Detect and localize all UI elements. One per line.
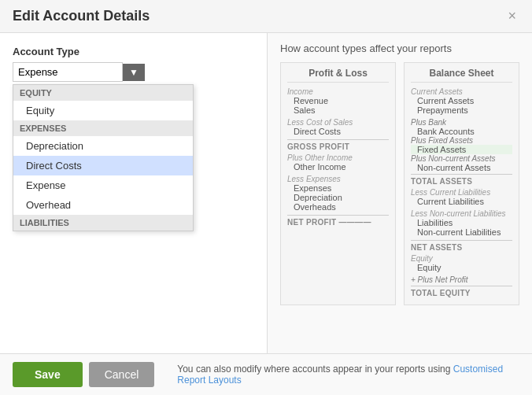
modal-body: Account Type Expense ▼ EQUITY Equity EXP…: [0, 33, 532, 353]
modal-header: Edit Account Details ×: [0, 0, 532, 33]
left-panel: Account Type Expense ▼ EQUITY Equity EXP…: [0, 33, 268, 353]
bs-current-liabilities: Less Current Liabilities Current Liabili…: [411, 188, 512, 206]
bs-plus-net-profit: + Plus Net Profit: [411, 275, 512, 284]
account-type-label: Account Type: [13, 46, 254, 57]
dropdown-item-expense[interactable]: Expense: [13, 175, 193, 195]
account-type-select[interactable]: Expense: [13, 62, 123, 82]
pl-gross-divider: [287, 139, 389, 140]
bs-total-assets: TOTAL ASSETS: [411, 177, 512, 186]
bs-net-assets: NET ASSETS: [411, 243, 512, 252]
dropdown-group-expenses: EXPENSES: [13, 120, 193, 136]
cancel-button[interactable]: Cancel: [89, 362, 155, 387]
account-type-dropdown: EQUITY Equity EXPENSES Depreciation Dire…: [13, 84, 194, 231]
account-type-dropdown-arrow[interactable]: ▼: [123, 64, 145, 81]
right-panel-title: How account types affect your reports: [280, 42, 519, 54]
pl-expenses: Less Expenses Expenses Depreciation Over…: [287, 175, 389, 212]
right-panel: How account types affect your reports Pr…: [268, 33, 532, 353]
bs-noncurrent-assets: Non-current Assets: [411, 163, 512, 172]
balance-sheet-box: Balance Sheet Current Assets Current Ass…: [404, 62, 519, 305]
dropdown-item-direct-costs[interactable]: Direct Costs: [13, 156, 193, 175]
report-columns: Profit & Loss Income Revenue Sales Less …: [280, 62, 519, 305]
dropdown-item-equity[interactable]: Equity: [13, 101, 193, 120]
pl-gross-profit: GROSS PROFIT: [287, 142, 389, 151]
bs-plus-fixed-assets: Plus Fixed Assets: [411, 136, 512, 145]
pl-cost-label: Less Cost of Sales Direct Costs: [287, 118, 389, 136]
profit-loss-box: Profit & Loss Income Revenue Sales Less …: [280, 62, 396, 305]
dropdown-group-equity: EQUITY: [13, 85, 193, 101]
balance-sheet-title: Balance Sheet: [411, 68, 512, 83]
dropdown-group-liabilities: LIABILITIES: [13, 215, 193, 231]
pl-income-label: Income Revenue Sales: [287, 87, 389, 115]
modal-footer: Save Cancel You can also modify where ac…: [0, 353, 532, 395]
bs-fixed-assets: Fixed Assets: [411, 145, 512, 154]
bs-noncurrent-liabilities: Less Non-current Liabilities Liabilities…: [411, 209, 512, 237]
bs-net-assets-divider: [411, 240, 512, 241]
pl-net-divider: [287, 215, 389, 216]
bs-equity-section: Equity Equity: [411, 254, 512, 272]
dropdown-item-depreciation[interactable]: Depreciation: [13, 136, 193, 156]
bs-current-assets: Current Assets Current Assets Prepayment…: [411, 87, 512, 115]
bs-total-equity: TOTAL EQUITY: [411, 289, 512, 297]
bs-plus-noncurrent-assets: Plus Non-current Assets: [411, 154, 512, 163]
pl-net-profit: NET PROFIT ————: [287, 218, 389, 227]
close-button[interactable]: ×: [504, 8, 519, 24]
edit-account-modal: Edit Account Details × Account Type Expe…: [0, 0, 532, 395]
footer-note: You can also modify where accounts appea…: [177, 364, 519, 386]
account-type-select-wrapper: Expense ▼ EQUITY Equity EXPENSES Depreci…: [13, 62, 254, 82]
bs-total-assets-divider: [411, 174, 512, 175]
modal-title: Edit Account Details: [13, 8, 150, 24]
bs-plus-bank: Plus Bank: [411, 118, 512, 127]
pl-other-income: Plus Other Income Other Income: [287, 153, 389, 172]
bs-bank-accounts: Bank Accounts: [411, 127, 512, 136]
dropdown-item-overhead[interactable]: Overhead: [13, 195, 193, 215]
profit-loss-title: Profit & Loss: [287, 68, 389, 83]
save-button[interactable]: Save: [13, 362, 83, 387]
bs-total-equity-divider: [411, 286, 512, 286]
